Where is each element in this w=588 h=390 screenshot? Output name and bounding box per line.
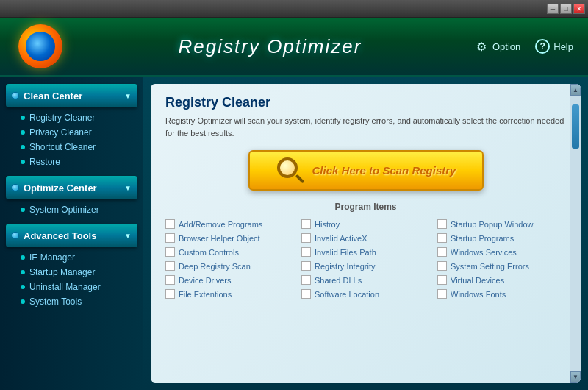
shortcut-cleaner-label: Shortcut Cleaner [29,142,96,152]
item-label-windows-services[interactable]: Windows Services [451,248,517,257]
app-logo [15,21,66,72]
item-checkbox-shared-dlls[interactable] [301,275,311,285]
bullet-icon [21,270,25,274]
list-item: Startup Popup Window [437,219,566,229]
item-checkbox-invalid-files[interactable] [301,247,311,257]
sidebar-item-system-optimizer[interactable]: System Optimizer [15,202,143,217]
item-label-shared-dlls[interactable]: Shared DLLs [315,276,362,285]
item-label-startup-popup[interactable]: Startup Popup Window [451,220,534,229]
sidebar-item-registry-cleaner[interactable]: Registry Cleaner [15,110,143,125]
minimize-button[interactable]: ─ [547,4,559,14]
item-checkbox-software-location[interactable] [301,289,311,299]
item-label-browser-helper[interactable]: Browser Helper Object [179,234,260,243]
list-item: Shared DLLs [301,275,430,285]
item-label-startup-programs[interactable]: Startup Programs [451,234,514,243]
system-optimizer-label: System Optimizer [29,205,99,215]
ie-manager-label: IE Manager [29,252,75,263]
close-button[interactable]: ✕ [573,4,585,14]
item-label-deep-registry[interactable]: Deep Registry Scan [179,262,251,271]
list-item: Device Drivers [165,275,294,285]
bullet-icon [21,208,25,212]
optimize-center-label: Optimize Center [24,182,97,194]
scroll-up-button[interactable]: ▲ [570,84,581,96]
main-layout: Clean Center ▼ Registry Cleaner Privacy … [0,77,588,390]
sidebar: Clean Center ▼ Registry Cleaner Privacy … [0,77,143,390]
sidebar-item-shortcut-cleaner[interactable]: Shortcut Cleaner [15,140,143,155]
program-items-header: Program Items [165,202,566,212]
item-checkbox-system-setting[interactable] [437,261,447,271]
item-label-history[interactable]: Histroy [315,220,340,229]
bullet-icon [21,116,25,120]
sidebar-item-uninstall-manager[interactable]: Uninstall Manager [15,280,143,294]
advanced-tools-header-left: Advanced Tools [12,230,96,241]
item-checkbox-registry-integrity[interactable] [301,261,311,271]
scan-btn-container: Click Here to Scan Registry [165,150,566,191]
item-label-file-extentions[interactable]: File Extentions [179,290,232,299]
item-label-custom-controls[interactable]: Custom Controls [179,248,239,257]
item-label-windows-fonts[interactable]: Windows Fonts [451,290,506,299]
advanced-tools-label: Advanced Tools [24,230,96,241]
window-controls: ─ □ ✕ [547,4,585,14]
title-bar: ─ □ ✕ [0,0,588,18]
sidebar-section-optimize-center: Optimize Center ▼ System Optimizer [0,176,143,220]
item-label-add-remove[interactable]: Add/Remove Programs [179,220,262,229]
option-label: Option [492,41,520,52]
list-item: Custom Controls [165,247,294,257]
clean-center-label: Clean Center [24,91,82,102]
clean-center-header[interactable]: Clean Center ▼ [6,84,137,107]
item-checkbox-startup-programs[interactable] [437,233,447,243]
bullet-icon [21,285,25,289]
startup-manager-label: Startup Manager [29,267,95,277]
item-checkbox-custom-controls[interactable] [165,247,175,257]
item-label-invalid-activex[interactable]: Invalid ActiveX [315,234,368,243]
item-label-invalid-files[interactable]: Invalid Files Path [315,248,376,257]
item-label-software-location[interactable]: Software Location [315,290,379,299]
maximize-button[interactable]: □ [560,4,572,14]
items-grid: Add/Remove Programs Histroy Startup Popu… [165,219,566,299]
item-checkbox-browser-helper[interactable] [165,233,175,243]
item-label-registry-integrity[interactable]: Registry Integrity [315,262,376,271]
optimize-center-header-left: Optimize Center [12,182,97,194]
uninstall-manager-label: Uninstall Manager [29,282,101,292]
sidebar-item-system-tools[interactable]: System Tools [15,294,143,309]
optimize-center-items: System Optimizer [0,199,143,220]
scroll-thumb[interactable] [572,104,579,149]
item-checkbox-history[interactable] [301,219,311,229]
item-label-device-drivers[interactable]: Device Drivers [179,276,232,285]
list-item: Virtual Devices [437,275,566,285]
list-item: Deep Registry Scan [165,261,294,271]
item-label-system-setting[interactable]: System Setting Errors [451,262,529,271]
bullet-icon [21,145,25,149]
list-item: Software Location [301,289,430,299]
sidebar-item-startup-manager[interactable]: Startup Manager [15,265,143,280]
list-item: Histroy [301,219,430,229]
item-checkbox-windows-services[interactable] [437,247,447,257]
app-title: Registry Optimizer [66,35,474,58]
item-checkbox-device-drivers[interactable] [165,275,175,285]
sidebar-section-advanced-tools: Advanced Tools ▼ IE Manager Startup Mana… [0,224,143,312]
item-checkbox-startup-popup[interactable] [437,219,447,229]
item-checkbox-windows-fonts[interactable] [437,289,447,299]
item-checkbox-file-extentions[interactable] [165,289,175,299]
sidebar-item-restore[interactable]: Restore [15,155,143,169]
sidebar-item-privacy-cleaner[interactable]: Privacy Cleaner [15,125,143,140]
item-checkbox-add-remove[interactable] [165,219,175,229]
item-label-virtual-devices[interactable]: Virtual Devices [451,276,504,285]
list-item: File Extentions [165,289,294,299]
optimize-center-header[interactable]: Optimize Center ▼ [6,176,137,199]
item-checkbox-virtual-devices[interactable] [437,275,447,285]
scan-button[interactable]: Click Here to Scan Registry [248,150,484,191]
scan-btn-text: Click Here to Scan Registry [312,164,456,177]
advanced-tools-header[interactable]: Advanced Tools ▼ [6,224,137,247]
content-area: Registry Cleaner Registry Optimizer will… [151,84,581,383]
clean-center-header-left: Clean Center [12,91,82,102]
optimize-center-dot [12,184,19,191]
help-icon: ? [535,39,550,54]
item-checkbox-deep-registry[interactable] [165,261,175,271]
item-checkbox-invalid-activex[interactable] [301,233,311,243]
option-nav-item[interactable]: ⚙ Option [474,39,520,54]
scroll-down-button[interactable]: ▼ [570,371,581,383]
sidebar-item-ie-manager[interactable]: IE Manager [15,250,143,265]
help-nav-item[interactable]: ? Help [535,39,573,54]
help-label: Help [553,41,573,52]
